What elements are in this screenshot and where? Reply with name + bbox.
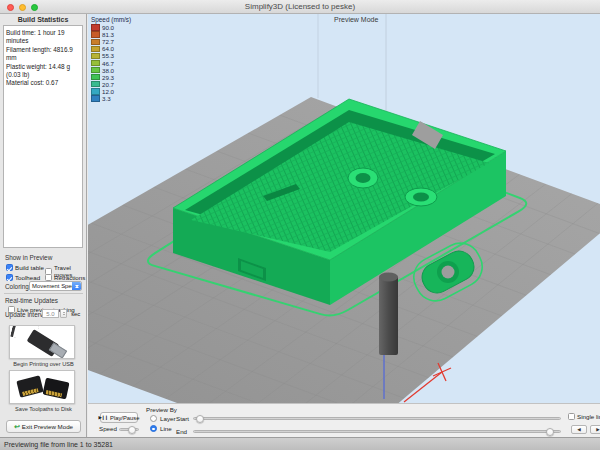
start-slider-knob[interactable] xyxy=(196,415,204,423)
sd-card-icon xyxy=(16,375,43,397)
legend-swatch xyxy=(91,53,100,59)
legend-swatch xyxy=(91,39,100,45)
preview-3d-viewport[interactable]: Preview Mode Speed (mm/s) 90.0 81.3 72.7… xyxy=(88,14,600,403)
coloring-dropdown[interactable]: Movement Speed xyxy=(29,281,82,291)
exit-preview-label: Exit Preview Mode xyxy=(22,423,73,430)
usb-caption: Begin Printing over USB xyxy=(0,361,87,367)
update-interval-stepper-icon[interactable] xyxy=(60,309,67,318)
update-interval-unit: sec xyxy=(71,311,80,317)
end-slider-knob[interactable] xyxy=(546,428,554,436)
next-icon: ▶ xyxy=(596,427,599,432)
line-radio[interactable] xyxy=(150,425,157,432)
exit-arrow-icon: ↩ xyxy=(14,424,20,430)
build-table-checkbox[interactable] xyxy=(6,264,13,271)
single-line-checkbox[interactable] xyxy=(568,413,575,420)
coloring-value: Movement Speed xyxy=(30,283,72,289)
show-in-preview-label: Show in Preview xyxy=(5,254,52,261)
build-table-label: Build table xyxy=(15,264,44,271)
preview-mode-label: Preview Mode xyxy=(334,16,378,23)
title-bar: Simplify3D (Licensed to peske) xyxy=(0,0,600,14)
legend-swatch xyxy=(91,67,100,73)
dropdown-stepper-icon[interactable] xyxy=(72,282,81,290)
exit-preview-button[interactable]: ↩ Exit Preview Mode xyxy=(6,420,81,433)
3d-scene[interactable] xyxy=(88,14,600,403)
sd-caption: Save Toolpaths to Disk xyxy=(0,406,87,412)
legend-swatch xyxy=(91,31,100,37)
play-pause-button[interactable]: ▶❙❙ Play/Pause xyxy=(100,412,138,423)
play-pause-label: Play/Pause xyxy=(110,415,139,421)
start-slider-label: Start xyxy=(176,415,189,422)
legend-swatch xyxy=(91,81,100,87)
stat-plastic-weight: Plastic weight: 14.48 g (0.03 lb) xyxy=(6,63,80,80)
toolhead-cylinder xyxy=(379,276,398,355)
checkbox-retractions[interactable]: Retractions xyxy=(45,274,85,281)
window-title: Simplify3D (Licensed to peske) xyxy=(0,2,600,11)
preview-controls-bar: ▶❙❙ Play/Pause Speed Preview By Layer Li… xyxy=(88,403,600,437)
layer-radio-label: Layer xyxy=(160,415,175,422)
sd-card-icon xyxy=(42,378,69,400)
legend-swatch xyxy=(91,74,100,80)
legend-title: Speed (mm/s) xyxy=(91,16,131,23)
speed-label: Speed xyxy=(99,425,117,432)
stat-filament-length: Filament length: 4816.9 mm xyxy=(6,46,80,63)
play-pause-icon: ▶❙❙ xyxy=(99,415,109,420)
end-slider-track[interactable] xyxy=(193,430,561,433)
build-statistics-title: Build Statistics xyxy=(0,16,86,23)
checkbox-build-table[interactable]: Build table xyxy=(6,264,44,271)
usb-print-button[interactable] xyxy=(9,325,75,359)
status-bar: Previewing file from line 1 to 35281 xyxy=(0,437,600,450)
checkbox-toolhead[interactable]: Toolhead xyxy=(6,274,40,281)
update-interval-field[interactable]: 5.0 xyxy=(42,309,59,318)
legend-swatch xyxy=(91,24,100,30)
coloring-label: Coloring: xyxy=(5,283,31,290)
save-toolpaths-button[interactable] xyxy=(9,370,75,404)
legend-swatch xyxy=(91,60,100,66)
layer-radio[interactable] xyxy=(150,415,157,422)
retractions-label: Retractions xyxy=(54,274,85,281)
legend-swatch xyxy=(91,88,100,94)
stat-build-time: Build time: 1 hour 19 minutes xyxy=(6,29,80,46)
speed-legend: Speed (mm/s) 90.0 81.3 72.7 64.0 55.3 46… xyxy=(91,16,131,102)
ear-hole xyxy=(442,266,455,279)
previous-icon: ◀ xyxy=(577,427,580,432)
toolhead-checkbox[interactable] xyxy=(6,274,13,281)
status-text: Previewing file from line 1 to 35281 xyxy=(4,441,113,448)
stat-material-cost: Material cost: 0.67 xyxy=(6,79,80,87)
realtime-updates-label: Real-time Updates xyxy=(5,297,58,304)
previous-line-button[interactable]: ◀ xyxy=(571,425,587,434)
start-slider-track[interactable] xyxy=(193,417,561,420)
next-line-button[interactable]: ▶ xyxy=(590,425,600,434)
build-statistics-box: Build time: 1 hour 19 minutes Filament l… xyxy=(3,25,83,248)
standoff-boss-hole xyxy=(413,193,429,202)
app-window: Simplify3D (Licensed to peske) Build Sta… xyxy=(0,0,600,450)
speed-slider-knob[interactable] xyxy=(128,426,136,434)
retractions-checkbox[interactable] xyxy=(45,274,52,281)
single-line-checkbox-row[interactable]: Single line or xyxy=(568,413,600,420)
legend-swatch xyxy=(91,46,100,52)
preview-by-label: Preview By xyxy=(146,406,177,413)
toolhead-cap xyxy=(379,273,398,282)
single-line-label: Single line or xyxy=(577,413,600,420)
end-slider-label: End xyxy=(176,428,187,435)
panel-divider xyxy=(4,293,83,294)
preview-sidebar: Build Statistics Build time: 1 hour 19 m… xyxy=(0,14,87,437)
line-radio-label: Line xyxy=(160,425,172,432)
standoff-boss-hole xyxy=(356,173,371,183)
legend-swatch xyxy=(91,95,100,101)
toolhead-label: Toolhead xyxy=(15,274,40,281)
